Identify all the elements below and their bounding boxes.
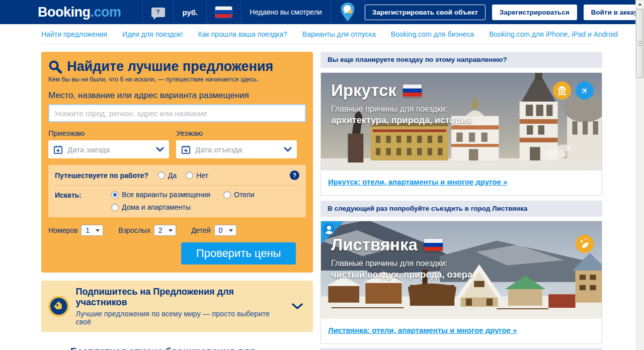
browser-scrollbar[interactable] [635, 0, 644, 350]
plane-icon: ✈ [576, 81, 594, 100]
category-chips [576, 235, 594, 253]
top-header-bar: Booking.com ? руб. Недавно вы смотрели З… [0, 0, 644, 24]
destination-card-listvyanka: Листвянка Главные причины для поездки: ч… [320, 221, 602, 344]
free-cancellation-section: Бесплатная отмена бронирования для больш… [41, 345, 313, 350]
leaf-icon [576, 235, 594, 253]
search-subtitle: Кем бы вы ни были, что б ни искали, — пу… [48, 76, 306, 83]
pin-menu-button[interactable] [331, 0, 365, 24]
logo-part-2: .com [91, 5, 121, 20]
listvyanka-photo[interactable]: Листвянка Главные причины для поездки: ч… [321, 221, 602, 319]
sign-up-button[interactable]: Зарегистрироваться [492, 5, 577, 20]
reasons-list: архитектура, природа, история [331, 115, 471, 126]
header-buttons: Зарегистрировать свой объект Зарегистрир… [365, 5, 644, 20]
children-group: Детей 0 [191, 225, 236, 236]
destination-card-irkutsk: Иркутск Главные причины для поездки: арх… [320, 72, 602, 196]
reasons-label: Главные причины для поездки: [331, 259, 472, 268]
sign-in-button[interactable]: Войти в аккаунт [584, 5, 644, 20]
children-label: Детей [191, 226, 211, 234]
suggestion-banner: В следующий раз попробуйте съездить в го… [320, 201, 602, 217]
retargeting-banner: Вы еще планируете поездку по этому напра… [320, 52, 602, 68]
calendar-icon [181, 145, 191, 154]
question-help-icon[interactable]: ? [290, 170, 299, 180]
option-all-radio[interactable]: Все варианты размещения [111, 191, 210, 199]
nav-item-business[interactable]: Booking.com для бизнеса [391, 30, 474, 38]
option-homes-label: Дома и апартаменты [122, 203, 191, 211]
irkutsk-link[interactable]: Иркутск: отели, апартаменты и многое дру… [328, 178, 507, 186]
search-panel: Найдите лучшие предложения Кем бы вы ни … [41, 52, 313, 273]
scroll-up-arrow-icon [638, 1, 642, 6]
checkout-label: Уезжаю [176, 129, 297, 137]
radio-icon [111, 204, 119, 211]
nav-item-vacation-options[interactable]: Варианты для отпуска [302, 30, 376, 38]
divider [55, 185, 299, 186]
free-cancellation-texts: Бесплатная отмена бронирования для больш… [70, 345, 297, 350]
adults-select[interactable]: 2 [154, 225, 176, 236]
scrollbar-thumb[interactable] [636, 9, 643, 78]
check-prices-button[interactable]: Проверить цены [181, 242, 296, 265]
chevron-down-icon [156, 147, 164, 152]
member-deals-banner[interactable]: Подпишитесь на Предложения для участнико… [41, 281, 313, 332]
search-title: Найдите лучшие предложения [67, 59, 273, 74]
children-select[interactable]: 0 [214, 225, 236, 236]
irkutsk-overlay: Иркутск Главные причины для поездки: арх… [331, 81, 471, 126]
checkin-label: Приезжаю [48, 129, 169, 137]
business-yes-label: Да [168, 171, 177, 180]
rooms-select[interactable]: 1 [81, 225, 103, 236]
help-button[interactable]: ? [142, 0, 174, 24]
nav-item-trip-feedback[interactable]: Как прошла ваша поездка? [198, 30, 287, 38]
business-no-radio[interactable]: Нет [186, 171, 208, 180]
listvyanka-overlay: Листвянка Главные причины для поездки: ч… [331, 235, 472, 280]
checkin-group: Приезжаю Дата заезда [48, 129, 169, 158]
listvyanka-link[interactable]: Листвянка: отели, апартаменты и многое д… [328, 326, 517, 334]
logo-part-1: Booking [38, 5, 91, 20]
business-travel-box: Путешествуете по работе? Да Нет ? Искать… [48, 165, 306, 217]
nav-item-trip-ideas[interactable]: Идеи для поездок! [122, 30, 183, 38]
checkin-placeholder: Дата заезда [67, 145, 110, 154]
main-content: Найдите лучшие предложения Кем бы вы ни … [0, 44, 644, 350]
chevron-down-icon [284, 147, 292, 152]
nav-item-find-deals[interactable]: Найти предложения [41, 30, 107, 38]
search-for-label: Искать: [55, 191, 111, 211]
checkin-field[interactable]: Дата заезда [48, 140, 169, 158]
radio-selected-icon [111, 191, 119, 199]
destination-input[interactable] [48, 104, 306, 122]
calendar-icon [53, 145, 63, 154]
checkout-group: Уезжаю Дата отъезда [176, 129, 297, 158]
checkout-placeholder: Дата отъезда [195, 145, 242, 154]
currency-selector[interactable]: руб. [174, 0, 207, 24]
reasons-label: Главные причины для поездки: [331, 105, 471, 114]
scrollbar-up-button[interactable] [635, 0, 644, 9]
rooms-group: Номеров 1 [48, 225, 103, 236]
main-nav: Найти предложения Идеи для поездок! Как … [41, 24, 594, 44]
language-selector[interactable] [206, 0, 240, 24]
currency-label: руб. [183, 8, 198, 17]
city-title: Листвянка [331, 235, 418, 254]
member-deals-texts: Подпишитесь на Предложения для участнико… [76, 287, 285, 326]
rooms-label: Номеров [48, 226, 77, 234]
adults-label: Взрослых [118, 226, 150, 234]
recently-viewed-label: Недавно вы смотрели [250, 8, 321, 16]
option-hotels-radio[interactable]: Отели [223, 191, 254, 199]
reasons-list: чистый воздух, природа, озера [331, 270, 472, 280]
chevron-down-icon[interactable] [292, 303, 303, 310]
irkutsk-photo[interactable]: Иркутск Главные причины для поездки: арх… [321, 73, 602, 170]
register-property-button[interactable]: Зарегистрировать свой объект [365, 5, 486, 20]
option-hotels-label: Отели [234, 191, 254, 199]
free-cancellation-heading-1: Бесплатная отмена бронирования для [70, 345, 297, 350]
tag-icon [48, 296, 69, 317]
member-deals-title: Подпишитесь на Предложения для участнико… [76, 287, 285, 308]
booking-logo[interactable]: Booking.com [38, 5, 121, 20]
member-deals-subtitle: Лучшие предложения по всему миру — прост… [76, 310, 285, 326]
option-all-label: Все варианты размещения [122, 191, 210, 199]
russia-flag-icon [403, 84, 422, 97]
option-homes-radio[interactable]: Дома и апартаменты [111, 203, 191, 211]
russia-flag-icon [215, 7, 232, 18]
radio-icon [223, 191, 231, 199]
radio-icon [186, 171, 193, 179]
recently-viewed-button[interactable]: Недавно вы смотрели [240, 0, 330, 24]
destination-label: Место, название или адрес варианта разме… [48, 91, 306, 101]
business-yes-radio[interactable]: Да [157, 171, 177, 180]
checkout-field[interactable]: Дата отъезда [176, 140, 297, 158]
business-question: Путешествуете по работе? [55, 171, 148, 180]
nav-item-mobile-apps[interactable]: Booking.com для iPhone, iPad и Android [489, 30, 618, 38]
